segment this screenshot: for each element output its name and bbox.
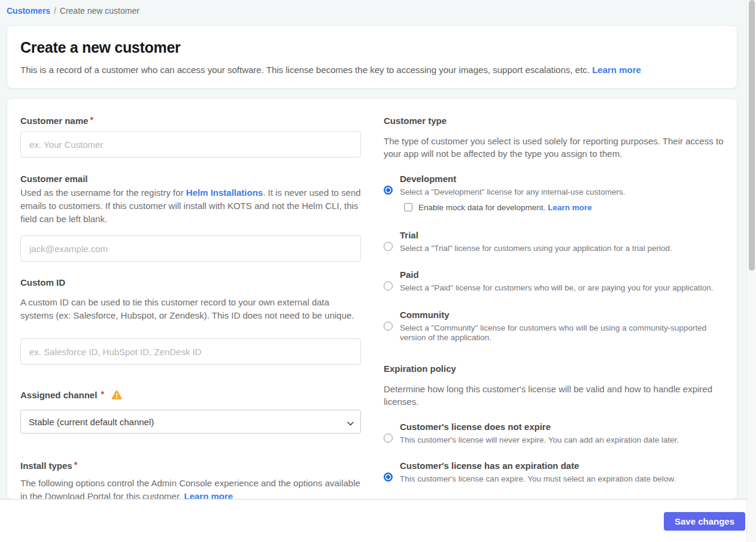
customer-email-description: Used as the username for the registry fo…	[20, 186, 361, 226]
option-title: Community	[400, 309, 724, 321]
install-types-field: Install types* The following options con…	[20, 460, 361, 499]
option-description: Select a "Paid" license for customers wh…	[400, 283, 724, 293]
customer-name-label: Customer name	[20, 116, 88, 126]
expire-date-radio[interactable]	[384, 473, 393, 482]
option-description: This customer's license can expire. You …	[400, 474, 724, 485]
form-left-column: Customer name* Customer email Used as th…	[20, 115, 361, 483]
customer-type-option-development: Development Select a "Development" licen…	[384, 173, 724, 212]
option-description: Select a "Community" license for custome…	[400, 323, 724, 343]
page-title: Create a new customer	[20, 38, 724, 56]
custom-id-description: A custom ID can be used to tie this cust…	[20, 296, 361, 322]
mock-data-learn-more-link[interactable]: Learn more	[548, 203, 592, 212]
footer-bar: Save changes	[0, 499, 756, 542]
customer-email-label: Customer email	[20, 174, 88, 184]
breadcrumb-customers-link[interactable]: Customers	[7, 6, 50, 16]
custom-id-field: Custom ID A custom ID can be used to tie…	[20, 277, 361, 365]
community-radio[interactable]	[384, 322, 393, 331]
required-mark: *	[74, 460, 77, 470]
page-description: This is a record of a customer who can a…	[20, 64, 724, 76]
scrollbar-thumb[interactable]	[749, 0, 755, 271]
expiration-policy-description: Determine how long this customer's licen…	[384, 383, 724, 408]
customer-email-input[interactable]	[20, 235, 361, 262]
expiration-option-never: Customer's license does not expire This …	[384, 421, 724, 446]
scrollbar-track[interactable]	[746, 0, 756, 542]
breadcrumb: Customers / Create new customer	[0, 0, 756, 16]
customer-name-field: Customer name*	[20, 115, 361, 158]
no-expire-radio[interactable]	[384, 434, 393, 443]
expiration-policy-heading: Expiration policy	[384, 363, 724, 375]
required-mark: *	[101, 389, 104, 399]
assigned-channel-select[interactable]: Stable (current default channel)	[20, 410, 361, 434]
option-title: Trial	[400, 229, 724, 241]
assigned-channel-select-wrap: Stable (current default channel)	[20, 410, 361, 434]
install-types-learn-more-link[interactable]: Learn more	[184, 491, 233, 499]
mock-data-row: Enable mock data for development. Learn …	[404, 203, 724, 212]
option-title: Paid	[400, 269, 724, 281]
form-right-column: Customer type The type of customer you s…	[384, 115, 724, 483]
option-description: Select a "Trial" license for customers u…	[400, 244, 724, 254]
customer-type-option-community: Community Select a "Community" license f…	[384, 309, 724, 343]
customer-email-field: Customer email Used as the username for …	[20, 173, 361, 262]
save-changes-button[interactable]: Save changes	[664, 512, 745, 531]
customer-type-description: The type of customer you select is used …	[384, 135, 724, 160]
option-title: Customer's license has an expiration dat…	[400, 460, 724, 472]
customer-form-card: Customer name* Customer email Used as th…	[7, 98, 737, 499]
required-mark: *	[90, 115, 93, 125]
option-description: This customer's license will never expir…	[400, 435, 724, 446]
custom-id-label: Custom ID	[20, 277, 65, 287]
helm-installations-link[interactable]: Helm Installations	[186, 187, 263, 198]
development-radio[interactable]	[384, 186, 393, 195]
assigned-channel-field: Assigned channel* Stable (current defaul…	[20, 389, 361, 434]
mock-data-checkbox[interactable]	[404, 203, 412, 211]
option-title: Customer's license does not expire	[400, 421, 724, 433]
mock-data-label: Enable mock data for development. Learn …	[418, 203, 592, 212]
customer-name-input[interactable]	[20, 131, 361, 158]
customer-type-option-paid: Paid Select a "Paid" license for custome…	[384, 269, 724, 293]
warning-icon	[111, 390, 122, 402]
custom-id-input[interactable]	[20, 338, 361, 365]
option-title: Development	[400, 173, 724, 185]
install-types-description: The following options control the Admin …	[20, 477, 361, 499]
breadcrumb-current: Create new customer	[60, 6, 139, 16]
assigned-channel-label: Assigned channel	[20, 390, 97, 400]
install-types-label: Install types	[20, 461, 72, 471]
expiration-option-date: Customer's license has an expiration dat…	[384, 460, 724, 485]
paid-radio[interactable]	[384, 281, 393, 290]
breadcrumb-separator: /	[53, 6, 57, 16]
customer-type-heading: Customer type	[384, 115, 724, 127]
option-description: Select a "Development" license for any i…	[400, 187, 724, 198]
header-learn-more-link[interactable]: Learn more	[592, 65, 641, 75]
trial-radio[interactable]	[384, 242, 393, 251]
page-header-card: Create a new customer This is a record o…	[7, 25, 737, 89]
customer-type-option-trial: Trial Select a "Trial" license for custo…	[384, 229, 724, 254]
